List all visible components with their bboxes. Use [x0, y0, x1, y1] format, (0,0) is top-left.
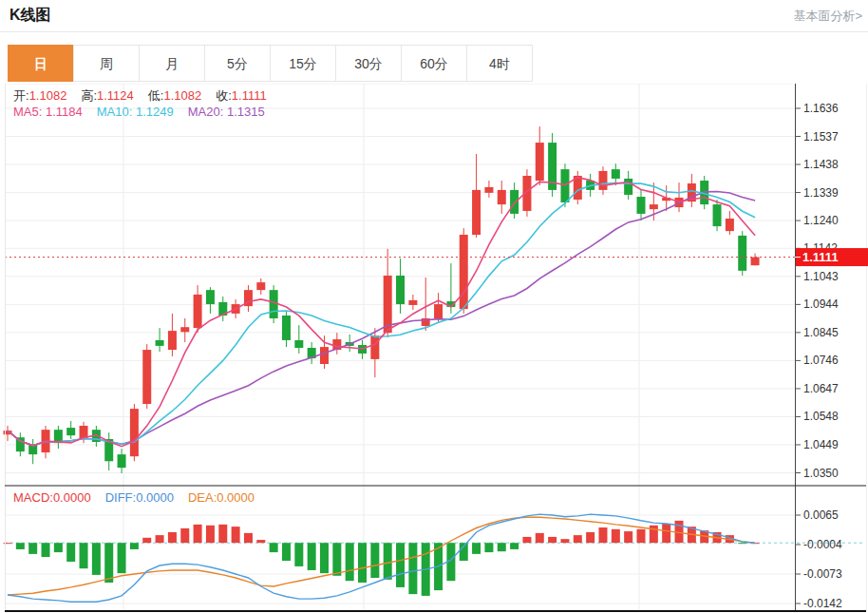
- svg-text:-0.0004: -0.0004: [803, 538, 842, 551]
- svg-text:-0.0142: -0.0142: [803, 597, 842, 610]
- legend-item: MACD:0.0000: [13, 490, 91, 505]
- page-title: K线图: [9, 6, 51, 26]
- legend-value: 1.1082: [163, 88, 201, 103]
- ohlc-legend: 开:1.1082高:1.1124低:1.1082收:1.1111: [13, 87, 281, 105]
- svg-text:1.0449: 1.0449: [803, 438, 839, 451]
- legend-label: MA20:: [188, 105, 227, 119]
- legend-label: DIFF:: [105, 490, 137, 505]
- legend-label: 收:: [216, 88, 232, 103]
- fundamental-analysis-link[interactable]: 基本面分析>: [793, 8, 862, 25]
- legend-item: 收:1.1111: [216, 88, 267, 103]
- svg-text:1.1636: 1.1636: [803, 102, 839, 115]
- legend-item: MA20: 1.1315: [188, 105, 265, 119]
- legend-item: 低:1.1082: [148, 88, 201, 103]
- period-tab-2[interactable]: 月: [139, 45, 205, 82]
- legend-label: 低:: [148, 88, 164, 103]
- macd-legend: MACD:0.0000DIFF:0.0000DEA:0.0000: [13, 490, 269, 505]
- legend-value: 0.0000: [136, 490, 174, 505]
- period-tab-0[interactable]: 日: [8, 45, 74, 82]
- candlestick-series: [4, 126, 760, 473]
- legend-item: DEA:0.0000: [188, 490, 255, 505]
- macd-axis-labels: 0.0065-0.0004-0.0073-0.0142: [795, 508, 842, 610]
- legend-value: 1.1082: [29, 88, 67, 103]
- legend-item: MA5: 1.1184: [13, 105, 83, 119]
- period-tab-4[interactable]: 15分: [270, 45, 336, 82]
- header-divider: [0, 31, 868, 32]
- ma20-line: [8, 192, 755, 446]
- legend-label: DEA:: [188, 490, 217, 505]
- legend-item: 开:1.1082: [13, 88, 66, 103]
- legend-value: 1.1249: [136, 105, 174, 119]
- ma10-line: [8, 183, 755, 446]
- legend-label: MA5:: [13, 105, 46, 119]
- legend-label: MACD:: [13, 490, 53, 505]
- legend-value: 1.1111: [232, 88, 267, 103]
- svg-text:1.0845: 1.0845: [803, 326, 839, 339]
- period-tab-3[interactable]: 5分: [204, 45, 271, 82]
- svg-text:1.1438: 1.1438: [803, 158, 839, 171]
- legend-label: MA10:: [97, 105, 136, 119]
- svg-text:1.1537: 1.1537: [803, 130, 839, 144]
- svg-text:1.0944: 1.0944: [803, 297, 839, 311]
- period-tab-5[interactable]: 30分: [335, 45, 402, 82]
- macd-histogram: [4, 521, 760, 596]
- svg-text:1.1240: 1.1240: [803, 214, 839, 227]
- svg-text:1.1111: 1.1111: [802, 250, 839, 264]
- legend-value: 0.0000: [53, 490, 91, 505]
- period-tab-7[interactable]: 4时: [466, 45, 533, 82]
- legend-value: 1.1184: [46, 105, 83, 119]
- svg-text:-0.0073: -0.0073: [803, 567, 842, 581]
- legend-item: MA10: 1.1249: [97, 105, 174, 119]
- period-tab-6[interactable]: 60分: [401, 45, 467, 82]
- legend-value: 0.0000: [217, 490, 255, 505]
- svg-text:1.0548: 1.0548: [803, 410, 839, 423]
- period-tabs: 日周月5分15分30分60分4时: [8, 45, 533, 82]
- svg-text:1.0746: 1.0746: [803, 354, 839, 367]
- svg-text:0.0065: 0.0065: [803, 508, 839, 522]
- chart-borders: [5, 84, 867, 611]
- svg-text:1.1339: 1.1339: [803, 186, 839, 200]
- svg-text:1.0647: 1.0647: [803, 382, 839, 395]
- legend-label: 高:: [81, 88, 97, 103]
- price-axis-labels: 1.16361.15371.14381.13391.12401.11421.10…: [795, 102, 839, 480]
- svg-text:1.1043: 1.1043: [803, 270, 839, 283]
- legend-item: 高:1.1124: [81, 88, 133, 103]
- legend-value: 1.1124: [97, 88, 134, 103]
- kline-chart-svg: 1.16361.15371.14381.13391.12401.11421.10…: [0, 84, 868, 613]
- legend-label: 开:: [13, 88, 29, 103]
- period-tab-1[interactable]: 周: [73, 45, 140, 82]
- svg-text:1.0350: 1.0350: [803, 467, 839, 480]
- legend-value: 1.1315: [227, 105, 265, 119]
- current-price-tag: 1.1111: [795, 248, 868, 266]
- legend-item: DIFF:0.0000: [105, 490, 174, 505]
- ma-legend: MA5: 1.1184MA10: 1.1249MA20: 1.1315: [13, 105, 279, 119]
